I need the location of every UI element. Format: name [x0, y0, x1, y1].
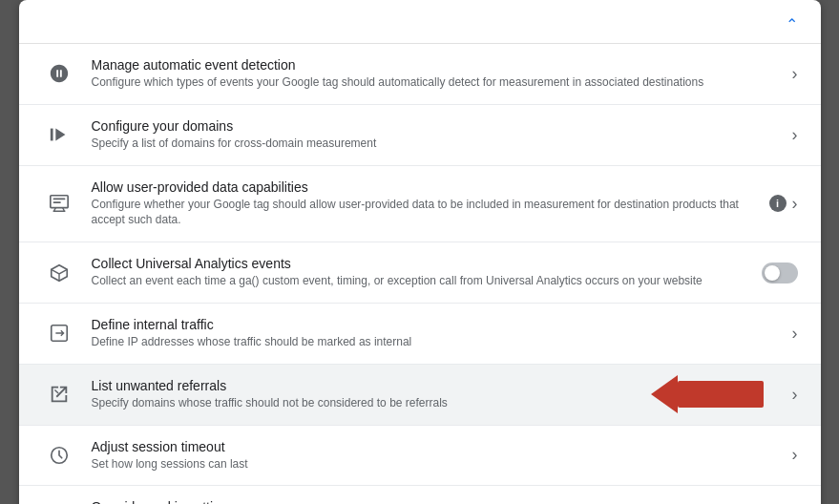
- settings-item-manage-event-detection[interactable]: Manage automatic event detectionConfigur…: [19, 44, 821, 105]
- toggle-thumb: [765, 265, 780, 281]
- define-internal-traffic-title: Define internal traffic: [92, 317, 781, 332]
- adjust-session-timeout-title: Adjust session timeout: [92, 439, 781, 454]
- list-unwanted-referrals-content: List unwanted referralsSpecify domains w…: [92, 378, 781, 411]
- collect-ua-events-desc: Collect an event each time a ga() custom…: [92, 273, 750, 289]
- adjust-session-timeout-desc: Set how long sessions can last: [92, 456, 781, 472]
- define-internal-traffic-content: Define internal trafficDefine IP address…: [92, 317, 781, 350]
- list-unwanted-referrals-title: List unwanted referrals: [92, 378, 781, 393]
- collect-ua-events-title: Collect Universal Analytics events: [92, 256, 750, 271]
- internal-traffic-icon: [42, 323, 76, 344]
- define-internal-traffic-action: ›: [792, 324, 798, 344]
- svg-rect-1: [50, 196, 67, 208]
- settings-card: ⌃ Manage automatic event detectionConfig…: [19, 0, 821, 504]
- show-less-button[interactable]: ⌃: [782, 15, 798, 33]
- settings-item-adjust-session-timeout[interactable]: Adjust session timeoutSet how long sessi…: [19, 426, 821, 487]
- user-provided-data-desc: Configure whether your Google tag should…: [92, 197, 758, 229]
- settings-item-user-provided-data[interactable]: Allow user-provided data capabilitiesCon…: [19, 166, 821, 243]
- manage-event-detection-content: Manage automatic event detectionConfigur…: [92, 57, 781, 91]
- chevron-right-icon: ›: [792, 64, 798, 84]
- settings-item-list-unwanted-referrals[interactable]: List unwanted referralsSpecify domains w…: [19, 365, 821, 426]
- adjust-session-timeout-action: ›: [792, 445, 798, 465]
- svg-line-5: [54, 390, 58, 394]
- settings-item-override-cookie-settings[interactable]: Override cookie settingsChange how long …: [19, 486, 821, 504]
- adjust-session-timeout-content: Adjust session timeoutSet how long sessi…: [92, 439, 781, 472]
- chevron-right-icon: ›: [792, 125, 798, 145]
- svg-rect-0: [50, 129, 52, 141]
- define-internal-traffic-desc: Define IP addresses whose traffic should…: [92, 334, 781, 350]
- collect-ua-events-action: [762, 262, 798, 284]
- collect-ua-events-toggle[interactable]: [762, 262, 798, 284]
- auto-detect-icon: [42, 63, 76, 84]
- info-icon[interactable]: i: [769, 195, 787, 212]
- configure-domains-content: Configure your domainsSpecify a list of …: [92, 118, 781, 152]
- manage-event-detection-title: Manage automatic event detection: [92, 57, 781, 73]
- user-provided-data-action: i›: [769, 194, 798, 214]
- manage-event-detection-desc: Configure which types of events your Goo…: [92, 74, 781, 91]
- svg-rect-3: [52, 202, 60, 204]
- override-cookie-settings-title: Override cookie settings: [92, 499, 781, 504]
- collect-ua-events-content: Collect Universal Analytics eventsCollec…: [92, 256, 750, 289]
- user-provided-data-title: Allow user-provided data capabilities: [92, 179, 758, 195]
- chevron-up-icon: ⌃: [786, 15, 798, 33]
- chevron-right-icon: ›: [792, 324, 798, 344]
- settings-item-define-internal-traffic[interactable]: Define internal trafficDefine IP address…: [19, 304, 821, 365]
- manage-event-detection-action: ›: [792, 64, 798, 84]
- list-unwanted-referrals-action: ›: [792, 385, 798, 405]
- domains-icon: [42, 124, 76, 145]
- toggle-track: [762, 262, 798, 284]
- configure-domains-title: Configure your domains: [92, 118, 781, 134]
- chevron-right-icon: ›: [792, 445, 798, 465]
- configure-domains-desc: Specify a list of domains for cross-doma…: [92, 136, 781, 152]
- settings-item-collect-ua-events[interactable]: Collect Universal Analytics eventsCollec…: [19, 242, 821, 304]
- referrals-icon: [42, 384, 76, 405]
- card-header: ⌃: [19, 0, 821, 44]
- settings-item-configure-domains[interactable]: Configure your domainsSpecify a list of …: [19, 105, 821, 166]
- user-provided-data-content: Allow user-provided data capabilitiesCon…: [92, 179, 758, 229]
- collect-events-icon: [42, 262, 76, 284]
- session-timeout-icon: [42, 445, 76, 466]
- user-data-icon: [42, 193, 76, 214]
- list-unwanted-referrals-desc: Specify domains whose traffic should not…: [92, 395, 781, 411]
- chevron-right-icon: ›: [792, 385, 798, 405]
- settings-list: Manage automatic event detectionConfigur…: [19, 44, 821, 504]
- override-cookie-settings-content: Override cookie settingsChange how long …: [92, 499, 781, 504]
- svg-rect-2: [52, 199, 65, 200]
- configure-domains-action: ›: [792, 125, 798, 145]
- chevron-right-icon: ›: [792, 194, 798, 214]
